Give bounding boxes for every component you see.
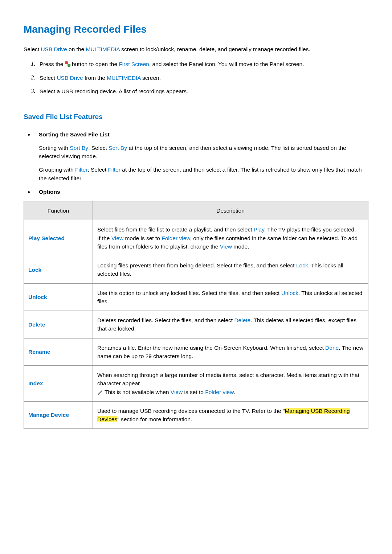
unlock-term: Unlock [281, 290, 298, 296]
table-row: Play Selected Select files from the file… [24, 220, 368, 256]
page-title: Managing Recorded Files [24, 22, 368, 37]
description-cell: Select files from the file list to creat… [93, 220, 368, 256]
feature-sorting: Sorting the Saved File List Sorting with… [34, 130, 368, 182]
description-cell: When searching through a large number of… [93, 366, 368, 402]
folder-view-term: Folder view [162, 235, 190, 241]
filter-term: Filter [108, 167, 120, 173]
sort-by-term: Sort By [70, 145, 88, 151]
desc-text: When searching through a large number of… [97, 372, 359, 386]
description-cell: Used to manage USB recording devices con… [93, 401, 368, 429]
sort-by-term: Sort By [109, 145, 127, 151]
step-text: from the [83, 75, 107, 81]
first-screen-term: First Screen [119, 61, 149, 67]
view-term: View [220, 243, 232, 250]
desc-text: Used to manage USB recording devices con… [97, 408, 285, 414]
function-rename: Rename [28, 349, 50, 355]
desc-text: " section for more information. [117, 416, 192, 422]
step-text: , and select the Panel icon. You will mo… [149, 61, 304, 67]
function-lock: Lock [28, 267, 41, 273]
table-row: Rename Renames a file. Enter the new nam… [24, 338, 368, 366]
feature-title: Sorting the Saved File List [39, 130, 368, 139]
description-cell: Deletes recorded files. Select the files… [93, 311, 368, 338]
body-text: Grouping with [39, 167, 75, 173]
feature-options: Options [34, 188, 368, 196]
intro-text: screen to lock/unlock, rename, delete, a… [120, 46, 310, 52]
play-term: Play [254, 226, 264, 233]
function-unlock: Unlock [28, 294, 47, 300]
saved-file-list-heading: Saved File List Features [24, 112, 368, 122]
step-number: 1. [31, 59, 36, 69]
desc-text: Select files from the file list to creat… [97, 226, 254, 233]
table-header-function: Function [24, 201, 93, 220]
function-manage-device: Manage Device [28, 412, 69, 418]
view-term: View [111, 235, 123, 241]
step-text: Select a USB recording device. A list of… [40, 88, 188, 94]
note-text: . [234, 389, 235, 395]
note-text: This is not available when [105, 389, 171, 395]
step-1: 1. Press the button to open the First Sc… [31, 60, 368, 68]
desc-text: Renames a file. Enter the new name using… [97, 345, 325, 351]
step-text: button to open the [70, 61, 119, 67]
table-row: Index When searching through a large num… [24, 366, 368, 402]
body-text: : Select [88, 145, 109, 151]
step-3: 3. Select a USB recording device. A list… [31, 87, 368, 95]
done-term: Done [325, 345, 339, 351]
desc-text: mode. [232, 243, 249, 250]
intro-text: Select [24, 46, 41, 52]
step-number: 2. [31, 73, 36, 82]
table-row: Manage Device Used to manage USB recordi… [24, 401, 368, 429]
step-2: 2. Select USB Drive from the MULTIMEDIA … [31, 74, 368, 82]
desc-text: Deletes recorded files. Select the files… [97, 317, 234, 323]
note-icon [97, 390, 102, 395]
function-index: Index [28, 380, 43, 386]
lock-term: Lock [296, 262, 308, 268]
body-text: : Select [87, 167, 108, 173]
step-text: Select [40, 75, 57, 81]
multimedia-term: MULTIMEDIA [107, 75, 141, 81]
desc-text: If the [97, 235, 111, 241]
usb-drive-term: USB Drive [57, 75, 83, 81]
description-cell: Locking files prevents them from being d… [93, 256, 368, 284]
smart-hub-icon [65, 61, 70, 67]
intro-text: on the [67, 46, 86, 52]
body-text: Sorting with [39, 145, 70, 151]
options-table: Function Description Play Selected Selec… [24, 201, 368, 429]
delete-term: Delete [234, 317, 250, 323]
feature-body: Grouping with Filter: Select Filter at t… [39, 165, 368, 182]
multimedia-term: MULTIMEDIA [86, 46, 120, 52]
intro-paragraph: Select USB Drive on the MULTIMEDIA scree… [24, 45, 368, 53]
table-row: Delete Deletes recorded files. Select th… [24, 311, 368, 338]
description-cell: Use this option to unlock any locked fil… [93, 283, 368, 311]
usb-drive-term: USB Drive [41, 46, 67, 52]
table-row: Unlock Use this option to unlock any loc… [24, 283, 368, 311]
view-term: View [171, 389, 183, 395]
feature-title: Options [39, 188, 368, 196]
function-delete: Delete [28, 321, 45, 328]
function-play-selected: Play Selected [28, 235, 65, 241]
step-text: Press the [40, 61, 65, 67]
desc-text: Use this option to unlock any locked fil… [97, 290, 281, 296]
desc-text: . The TV plays the files you selected. [264, 226, 356, 233]
feature-body: Sorting with Sort By: Select Sort By at … [39, 144, 368, 161]
step-text: screen. [141, 75, 161, 81]
step-number: 3. [31, 86, 36, 96]
folder-view-term: Folder view [205, 389, 233, 395]
description-cell: Renames a file. Enter the new name using… [93, 338, 368, 366]
table-row: Lock Locking files prevents them from be… [24, 256, 368, 284]
features-list: Sorting the Saved File List Sorting with… [24, 130, 368, 196]
note-text: is set to [183, 389, 205, 395]
desc-text: mode is set to [123, 235, 162, 241]
steps-list: 1. Press the button to open the First Sc… [24, 60, 368, 95]
table-header-description: Description [93, 201, 368, 220]
desc-text: Locking files prevents them from being d… [97, 262, 296, 268]
filter-term: Filter [75, 167, 87, 173]
